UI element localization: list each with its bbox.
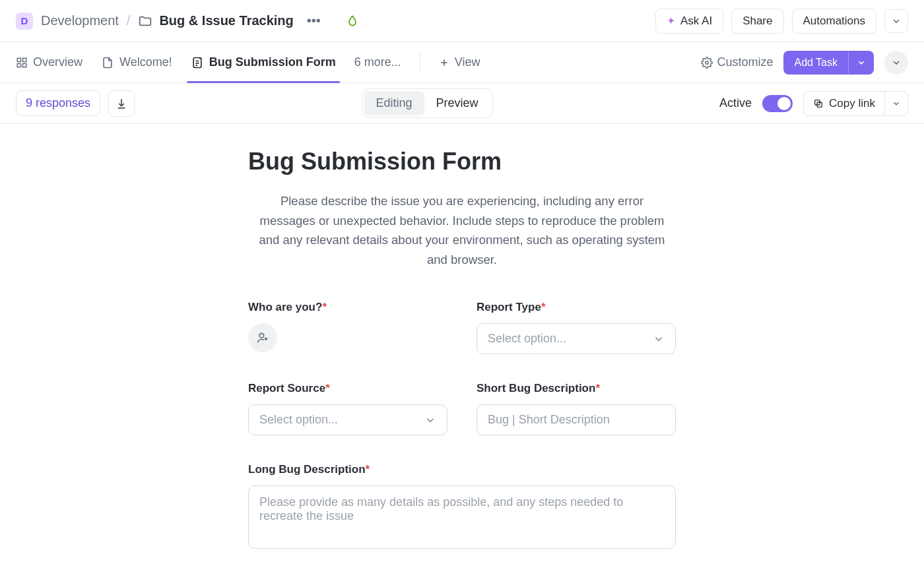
form-description: Please describe the issue you are experi… xyxy=(253,191,671,269)
toolbar-right: Active Copy link xyxy=(719,91,908,116)
required-asterisk: * xyxy=(366,463,370,476)
add-task-split-button: Add Task xyxy=(783,51,874,75)
customize-button[interactable]: Customize xyxy=(701,55,773,69)
gear-icon xyxy=(701,57,713,69)
report-source-placeholder: Select option... xyxy=(259,413,338,427)
tab-bug-form-label: Bug Submission Form xyxy=(209,55,336,69)
preview-tab[interactable]: Preview xyxy=(424,91,490,115)
svg-rect-0 xyxy=(17,58,20,61)
views-right: Customize Add Task xyxy=(701,51,908,75)
tab-divider xyxy=(420,53,420,72)
copy-link-label: Copy link xyxy=(829,97,875,110)
svg-rect-3 xyxy=(23,63,26,67)
svg-rect-2 xyxy=(17,63,20,67)
add-task-button[interactable]: Add Task xyxy=(783,51,848,75)
folder-icon xyxy=(138,14,152,28)
ask-ai-button[interactable]: ✦ Ask AI xyxy=(655,9,723,34)
svg-point-7 xyxy=(706,61,709,64)
tab-overview[interactable]: Overview xyxy=(16,42,82,82)
ask-ai-label: Ask AI xyxy=(680,15,712,28)
tab-overview-label: Overview xyxy=(33,55,82,69)
header-more-button[interactable] xyxy=(884,9,908,33)
field-long-description: Long Bug Description* xyxy=(248,463,676,549)
field-label-report-type-text: Report Type xyxy=(477,301,541,313)
views-more-button[interactable] xyxy=(884,51,908,75)
field-label-long-desc-text: Long Bug Description xyxy=(248,463,366,476)
svg-point-11 xyxy=(259,334,264,338)
short-description-input[interactable] xyxy=(477,404,676,435)
customize-label: Customize xyxy=(717,55,773,69)
tab-welcome-label: Welcome! xyxy=(119,55,172,69)
field-label-report-source: Report Source* xyxy=(248,382,447,395)
breadcrumb-separator: / xyxy=(127,13,131,28)
active-toggle[interactable] xyxy=(762,95,793,112)
field-label-who: Who are you?* xyxy=(248,301,447,314)
tab-more[interactable]: 6 more... xyxy=(354,42,401,82)
copy-link-button[interactable]: Copy link xyxy=(804,92,884,115)
breadcrumb-parent[interactable]: Development xyxy=(41,13,119,28)
chevron-down-icon xyxy=(857,58,866,67)
breadcrumb-more-icon[interactable]: ••• xyxy=(302,11,326,31)
share-button[interactable]: Share xyxy=(731,9,783,34)
field-label-short-desc-text: Short Bug Description xyxy=(477,382,595,394)
plus-icon xyxy=(439,57,449,68)
automations-label: Automations xyxy=(803,15,866,28)
form-title: Bug Submission Form xyxy=(248,148,676,175)
edit-preview-toggle: Editing Preview xyxy=(362,88,493,118)
add-view-label: View xyxy=(455,55,480,69)
header-actions: ✦ Ask AI Share Automations xyxy=(655,9,908,34)
add-task-dropdown[interactable] xyxy=(848,52,874,73)
field-label-report-type: Report Type* xyxy=(477,301,676,314)
assignee-picker-button[interactable] xyxy=(248,323,277,352)
share-label: Share xyxy=(742,15,772,28)
user-plus-icon xyxy=(256,331,269,344)
tab-bug-submission-form[interactable]: Bug Submission Form xyxy=(191,42,336,82)
svg-rect-1 xyxy=(23,58,26,61)
field-label-short-desc: Short Bug Description* xyxy=(477,382,676,395)
required-asterisk: * xyxy=(541,301,546,313)
active-label: Active xyxy=(719,96,752,110)
report-source-select[interactable]: Select option... xyxy=(248,404,447,435)
chevron-down-icon xyxy=(424,414,436,426)
views-bar: Overview Welcome! Bug Submission Form 6 … xyxy=(0,42,924,83)
add-view-button[interactable]: View xyxy=(439,42,480,82)
form-icon xyxy=(191,56,204,69)
chevron-down-icon xyxy=(891,57,902,68)
automations-button[interactable]: Automations xyxy=(792,9,877,34)
copy-link-dropdown[interactable] xyxy=(884,92,908,115)
required-asterisk: * xyxy=(322,301,327,313)
field-label-long-desc: Long Bug Description* xyxy=(248,463,676,476)
long-description-textarea[interactable] xyxy=(248,485,676,549)
editing-tab[interactable]: Editing xyxy=(364,91,424,115)
copy-icon xyxy=(813,98,824,109)
field-label-who-text: Who are you? xyxy=(248,301,322,313)
breadcrumb-current[interactable]: Bug & Issue Tracking xyxy=(138,13,293,28)
responses-button[interactable]: 9 responses xyxy=(16,90,100,116)
required-asterisk: * xyxy=(325,382,330,394)
field-who-are-you: Who are you?* xyxy=(248,301,447,354)
sparkle-icon: ✦ xyxy=(667,15,675,27)
chevron-down-icon xyxy=(892,99,901,108)
breadcrumb: D Development / Bug & Issue Tracking ••• xyxy=(16,11,655,31)
form-container: Bug Submission Form Please describe the … xyxy=(238,124,686,549)
download-button[interactable] xyxy=(108,90,135,117)
topbar: D Development / Bug & Issue Tracking •••… xyxy=(0,0,924,42)
chevron-down-icon xyxy=(891,16,902,26)
breadcrumb-title-text: Bug & Issue Tracking xyxy=(159,13,293,28)
download-icon xyxy=(116,98,127,109)
grid-icon xyxy=(16,57,28,69)
workspace-badge: D xyxy=(16,13,33,30)
chevron-down-icon xyxy=(653,333,665,345)
report-type-placeholder: Select option... xyxy=(488,332,566,346)
report-type-select[interactable]: Select option... xyxy=(477,323,676,354)
field-grid: Who are you?* Report Type* Select option… xyxy=(248,301,676,549)
tab-more-label: 6 more... xyxy=(354,55,401,69)
field-report-type: Report Type* Select option... xyxy=(477,301,676,354)
field-report-source: Report Source* Select option... xyxy=(248,382,447,435)
required-asterisk: * xyxy=(595,382,600,394)
droplet-icon[interactable] xyxy=(346,15,359,28)
field-short-description: Short Bug Description* xyxy=(477,382,676,435)
tab-welcome[interactable]: Welcome! xyxy=(101,42,172,82)
doc-icon xyxy=(101,56,114,69)
copy-link-split: Copy link xyxy=(803,91,908,116)
